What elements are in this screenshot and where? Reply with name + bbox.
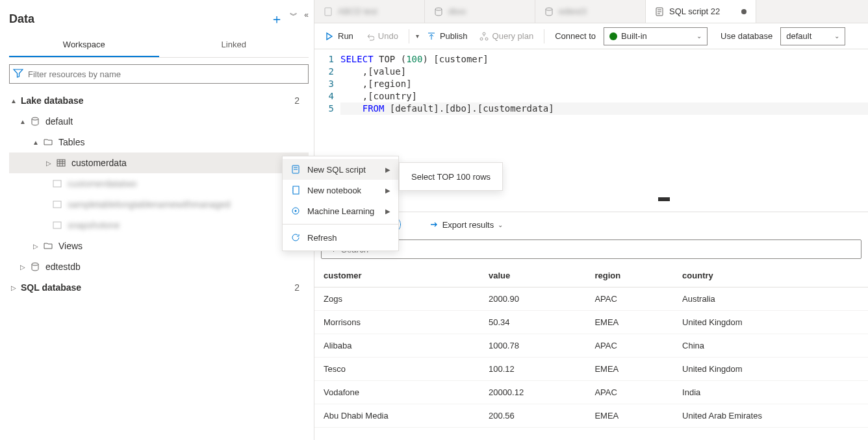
table-row[interactable]: Morrisons50.34EMEAUnited Kingdom — [314, 311, 868, 334]
table-row[interactable]: Alibaba1000.78APACChina — [314, 334, 868, 358]
cell-region: APAC — [585, 287, 673, 311]
collapse-icon[interactable]: « — [304, 10, 309, 28]
tree-lake-database[interactable]: ▲ Lake database 2 — [9, 90, 309, 111]
file-tab-active[interactable]: SQL script 22 — [646, 0, 756, 23]
plan-icon — [479, 32, 489, 41]
query-plan-button[interactable]: Query plan — [476, 29, 538, 43]
tab-workspace[interactable]: Workspace — [9, 33, 159, 57]
file-tab[interactable]: ABCD test — [314, 0, 425, 23]
cell-value: 200.56 — [479, 404, 585, 428]
cell-country: China — [673, 334, 868, 358]
cell-country: United Arab Emirates — [673, 404, 868, 428]
folder-icon — [43, 137, 53, 147]
chevron-down-icon: ▲ — [18, 118, 27, 125]
svg-rect-3 — [53, 201, 61, 208]
chevron-down-icon: ▲ — [31, 139, 40, 146]
col-region[interactable]: region — [585, 264, 673, 287]
cell-value: 50.34 — [479, 311, 585, 334]
results-search-input[interactable] — [321, 239, 862, 259]
table-icon — [52, 178, 62, 189]
refresh-icon — [290, 233, 301, 242]
export-results-button[interactable]: Export results ⌄ — [429, 220, 503, 230]
undo-icon — [365, 32, 374, 41]
undo-button[interactable]: Undo — [361, 29, 402, 43]
tree-item-redacted[interactable]: snapshotone — [9, 215, 309, 236]
tree-label: SQL database — [21, 282, 294, 293]
run-button[interactable]: Run — [321, 29, 357, 43]
col-value[interactable]: value — [479, 264, 585, 287]
context-menu: New SQL script ▶ New notebook ▶ Machine … — [282, 156, 399, 251]
export-icon — [429, 220, 439, 229]
script-icon — [655, 7, 664, 16]
cell-region: APAC — [585, 381, 673, 404]
sql-editor[interactable]: 12345 SELECT TOP (100) [customer] ,[valu… — [314, 49, 868, 134]
database-select[interactable]: default ⌄ — [780, 27, 845, 45]
status-ok-icon — [609, 32, 617, 40]
tree-label: default — [45, 116, 309, 127]
svg-point-5 — [32, 263, 38, 265]
ctx-select-top-100[interactable]: Select TOP 100 rows — [400, 167, 502, 186]
use-database-label: Use database — [721, 31, 772, 41]
editor-toolbar: Run Undo ▾ Publish Query plan Connect to… — [314, 23, 868, 49]
table-row[interactable]: Vodafone20000.12APACIndia — [314, 381, 868, 404]
file-tab[interactable]: edtest3 — [535, 0, 646, 23]
svg-rect-1 — [57, 160, 65, 166]
chevron-down-icon: ⌄ — [834, 32, 839, 40]
ctx-new-sql-script[interactable]: New SQL script ▶ — [283, 159, 398, 180]
folder-icon — [43, 241, 53, 251]
cell-region: EMEA — [585, 311, 673, 334]
cell-region: EMEA — [585, 358, 673, 381]
svg-rect-15 — [293, 186, 299, 194]
pool-select[interactable]: Built-in ⌄ — [604, 27, 708, 45]
database-icon — [434, 7, 443, 16]
ctx-refresh[interactable]: Refresh — [283, 227, 398, 248]
tree-edtestdb[interactable]: ▷ edtestdb — [9, 256, 309, 277]
tree-customerdata[interactable]: ▷ customerdata — [9, 153, 309, 173]
notebook-icon — [290, 186, 301, 195]
publish-button[interactable]: Publish — [423, 29, 472, 43]
table-row[interactable]: Tesco100.12EMEAUnited Kingdom — [314, 358, 868, 381]
table-icon — [56, 158, 66, 168]
cell-country: United Kingdom — [673, 358, 868, 381]
tree-item-redacted[interactable]: customerdatatwo — [9, 173, 309, 194]
cell-country: India — [673, 381, 868, 404]
svg-point-7 — [435, 8, 442, 10]
file-tab[interactable]: dbxx — [425, 0, 535, 23]
tree-label: customerdata — [71, 158, 309, 168]
tree-item-redacted[interactable]: sampletablelongtablenamewithmanaged — [9, 194, 309, 215]
chevron-down-icon[interactable]: ▾ — [416, 32, 419, 40]
filter-input[interactable] — [9, 64, 309, 84]
cell-customer: Abu Dhabi Media — [314, 404, 479, 428]
chevron-double-down-icon[interactable]: ︾ — [290, 10, 298, 28]
tree-sql-database[interactable]: ▷ SQL database 2 — [9, 277, 309, 298]
svg-point-0 — [32, 117, 38, 120]
context-submenu: Select TOP 100 rows — [399, 162, 503, 191]
add-icon[interactable]: ＋ — [270, 10, 283, 28]
cell-customer: Tesco — [314, 358, 479, 381]
chevron-right-icon: ▷ — [31, 243, 40, 250]
table-icon — [52, 199, 62, 210]
results-table: customer value region country Zogs2000.9… — [314, 264, 868, 428]
ctx-machine-learning[interactable]: Machine Learning ▶ — [283, 201, 398, 221]
split-drag-handle[interactable] — [658, 197, 670, 201]
chevron-right-icon: ▶ — [385, 166, 390, 173]
chevron-right-icon: ▶ — [385, 187, 390, 194]
chevron-down-icon: ⌄ — [498, 221, 503, 228]
table-row[interactable]: Abu Dhabi Media200.56EMEAUnited Arab Emi… — [314, 404, 868, 428]
cell-value: 100.12 — [479, 358, 585, 381]
data-panel: Data ＋ ︾ « Workspace Linked ▲ Lake datab… — [0, 0, 314, 440]
table-icon — [52, 220, 62, 230]
tree-default[interactable]: ▲ default — [9, 111, 309, 132]
tree-tables[interactable]: ▲ Tables — [9, 132, 309, 153]
col-country[interactable]: country — [673, 264, 868, 287]
chevron-down-icon: ⌄ — [696, 32, 702, 40]
tab-linked[interactable]: Linked — [159, 33, 309, 57]
ctx-new-notebook[interactable]: New notebook ▶ — [283, 180, 398, 201]
cell-country: United Kingdom — [673, 311, 868, 334]
cell-country: Australia — [673, 287, 868, 311]
cell-customer: Alibaba — [314, 334, 479, 358]
tree-views[interactable]: ▷ Views — [9, 236, 309, 256]
tree-count: 2 — [294, 282, 309, 293]
col-customer[interactable]: customer — [314, 264, 479, 287]
table-row[interactable]: Zogs2000.90APACAustralia — [314, 287, 868, 311]
